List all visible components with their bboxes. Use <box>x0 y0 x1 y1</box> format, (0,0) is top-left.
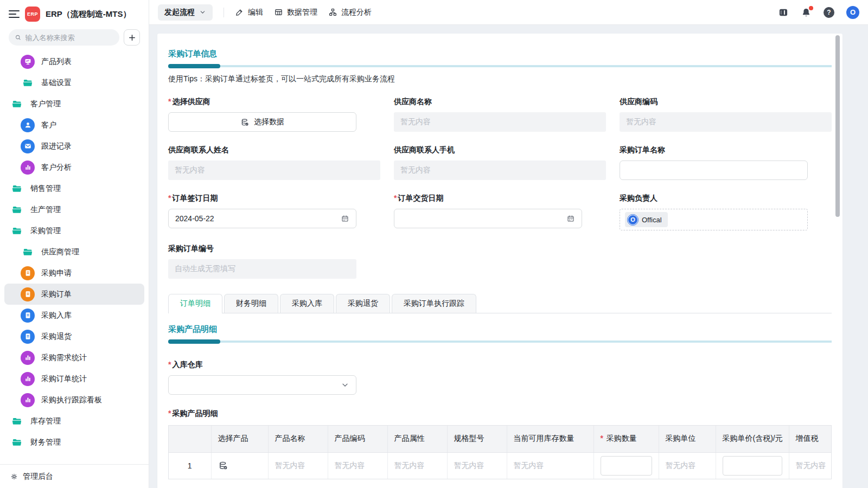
edit-label: 编辑 <box>248 8 263 17</box>
product-table-label: *采购产品明细 <box>168 409 832 419</box>
sidebar-item-product-list[interactable]: 产品列表 <box>4 51 144 72</box>
supplier-code-field: 暂无内容 <box>620 112 832 132</box>
sidebar-item-sales-mgmt[interactable]: 销售管理 <box>4 178 144 199</box>
search-input[interactable] <box>25 34 114 42</box>
panel-toggle-button[interactable] <box>778 7 789 18</box>
plus-icon <box>128 34 136 42</box>
product-table: 选择产品 产品名称 产品编码 产品属性 规格型号 当前可用库存数量 * 采购数量… <box>168 425 832 479</box>
sidebar-item-purchase-order[interactable]: 采购订单 <box>4 284 144 305</box>
chevron-down-icon <box>341 381 349 389</box>
col-purchase-unit: 采购单位 <box>659 426 716 452</box>
stock-cell: 暂无内容 <box>507 452 593 479</box>
sidebar-item-basic-settings[interactable]: 基础设置 <box>4 72 144 93</box>
sidebar-item-followup-records[interactable]: 跟进记录 <box>4 136 144 157</box>
calendar-icon <box>566 214 575 223</box>
purchaser-label: 采购负责人 <box>620 194 832 203</box>
tab-order-tracking[interactable]: 采购订单执行跟踪 <box>392 294 476 313</box>
tab-order-detail[interactable]: 订单明细 <box>168 294 222 313</box>
sidebar-item-label: 基础设置 <box>41 78 72 88</box>
start-flow-label: 发起流程 <box>164 8 195 17</box>
sidebar-item-customer-mgmt[interactable]: 客户管理 <box>4 93 144 114</box>
calendar-icon <box>341 214 349 223</box>
folder-icon <box>21 247 35 257</box>
sidebar-item-finance-mgmt[interactable]: 财务管理 <box>4 432 144 453</box>
order-no-field: 自动生成无需填写 <box>168 259 356 279</box>
product-section-title: 采购产品明细 <box>168 324 832 335</box>
detail-tabs: 订单明细 财务明细 采购入库 采购退货 采购订单执行跟踪 <box>168 294 832 313</box>
table-icon <box>274 8 283 17</box>
sidebar-search[interactable] <box>9 29 119 46</box>
folder-icon <box>21 78 35 88</box>
flow-analysis-button[interactable]: 流程分析 <box>328 8 372 17</box>
contact-phone-label: 供应商联系人手机 <box>394 145 606 155</box>
sidebar-item-label: 采购申请 <box>41 268 72 278</box>
flow-icon <box>328 8 337 17</box>
database-check-icon <box>218 460 228 471</box>
price-input[interactable] <box>723 456 782 476</box>
row-number: 1 <box>169 452 211 479</box>
pencil-icon <box>235 8 244 17</box>
qty-input[interactable] <box>601 456 652 476</box>
sidebar-item-label: 产品列表 <box>41 57 72 67</box>
choose-data-button[interactable]: 选择数据 <box>168 112 356 132</box>
start-flow-button[interactable]: 发起流程 <box>158 4 213 21</box>
app-title: ERP（流程制造-MTS） <box>46 9 131 20</box>
delivery-date-input[interactable] <box>394 209 582 228</box>
order-form: *选择供应商 选择数据 供应商名称 暂无内容 供应商编码 暂无内容 供应商联系人… <box>168 97 832 279</box>
notifications-button[interactable] <box>801 7 812 18</box>
sign-date-value: 2024-05-22 <box>175 214 214 223</box>
order-name-input[interactable] <box>620 160 808 180</box>
supplier-name-label: 供应商名称 <box>394 97 606 107</box>
unit-cell: 暂无内容 <box>659 452 716 479</box>
sidebar-item-inventory-mgmt[interactable]: 库存管理 <box>4 410 144 432</box>
sign-date-input[interactable]: 2024-05-22 <box>168 209 356 228</box>
sidebar-item-label: 采购管理 <box>30 226 61 236</box>
sidebar-item-customer[interactable]: 客户 <box>4 114 144 136</box>
supplier-select-label: *选择供应商 <box>168 97 380 107</box>
gear-icon <box>10 472 18 481</box>
doc-icon <box>21 287 35 301</box>
sidebar-item-label: 库存管理 <box>30 416 61 426</box>
select-product-button[interactable] <box>218 460 261 471</box>
data-manage-button[interactable]: 数据管理 <box>274 8 317 17</box>
order-no-label: 采购订单编号 <box>168 244 380 254</box>
data-manage-label: 数据管理 <box>287 8 317 17</box>
edit-button[interactable]: 编辑 <box>235 8 263 17</box>
purchaser-picker[interactable]: O Offical <box>620 209 808 230</box>
vertical-scrollbar[interactable] <box>835 35 840 217</box>
sidebar-item-purchase-demand-stats[interactable]: 采购需求统计 <box>4 347 144 368</box>
sidebar-item-customer-analysis[interactable]: 客户分析 <box>4 157 144 178</box>
sidebar-item-purchase-inbound[interactable]: 采购入库 <box>4 305 144 326</box>
sidebar-item-purchase-mgmt[interactable]: 采购管理 <box>4 220 144 241</box>
tab-purchase-return[interactable]: 采购退货 <box>336 294 390 313</box>
sidebar-item-supplier-mgmt[interactable]: 供应商管理 <box>4 241 144 262</box>
supplier-name-field: 暂无内容 <box>394 112 606 132</box>
price-cell <box>716 452 789 479</box>
tab-finance-detail[interactable]: 财务明细 <box>224 294 278 313</box>
sidebar-item-purchase-order-stats[interactable]: 采购订单统计 <box>4 368 144 389</box>
warehouse-select[interactable] <box>168 375 356 395</box>
sidebar-item-production-mgmt[interactable]: 生产管理 <box>4 199 144 220</box>
spec-cell: 暂无内容 <box>447 452 507 479</box>
product-attr-cell: 暂无内容 <box>387 452 447 479</box>
col-available-stock: 当前可用库存数量 <box>507 426 593 452</box>
hamburger-menu-icon[interactable] <box>9 10 20 18</box>
sidebar-item-label: 采购入库 <box>41 311 72 320</box>
section-progress-bar <box>168 339 832 344</box>
sidebar-item-purchase-tracking-board[interactable]: 采购执行跟踪看板 <box>4 389 144 410</box>
col-row-number <box>169 426 211 452</box>
sidebar-item-purchase-return[interactable]: 采购退货 <box>4 326 144 347</box>
add-app-button[interactable] <box>124 29 140 46</box>
sidebar-item-purchase-request[interactable]: 采购申请 <box>4 262 144 284</box>
topbar: 发起流程 编辑 数据管理 流程分析 ? O <box>149 0 868 25</box>
admin-backend-link[interactable]: 管理后台 <box>0 464 149 488</box>
app-logo: ERP <box>25 7 40 22</box>
tab-purchase-inbound[interactable]: 采购入库 <box>280 294 334 313</box>
doc-icon <box>21 330 35 344</box>
bar-chart-icon <box>21 351 35 365</box>
user-avatar[interactable]: O <box>846 6 859 19</box>
sidebar-header: ERP ERP（流程制造-MTS） <box>0 0 149 27</box>
sidebar-item-label: 供应商管理 <box>41 247 79 257</box>
choose-data-label: 选择数据 <box>254 117 284 127</box>
help-button[interactable]: ? <box>824 7 834 18</box>
